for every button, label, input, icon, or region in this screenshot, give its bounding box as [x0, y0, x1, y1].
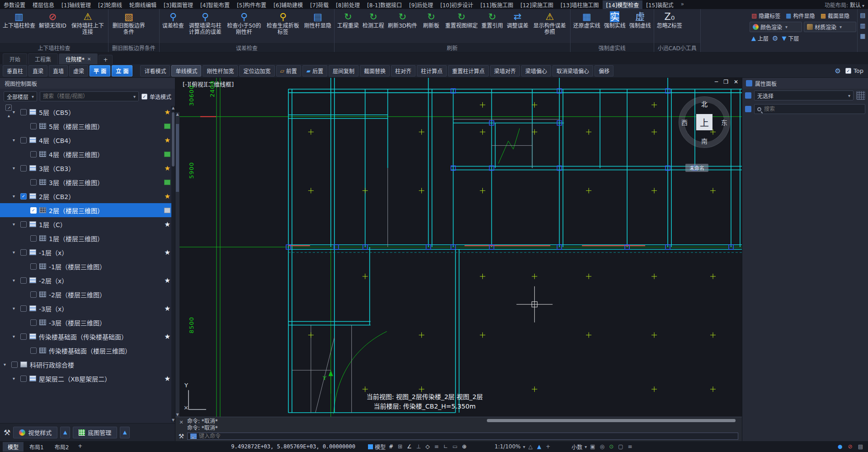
- tree-row[interactable]: 5层（CB5）: [0, 105, 175, 119]
- menu-item[interactable]: [2]轮廓线: [94, 0, 126, 9]
- menu-item[interactable]: [10]初步设计: [437, 0, 477, 9]
- hardware-acceleration-icon[interactable]: ⊙: [607, 442, 616, 451]
- isolate-objects-icon[interactable]: ◎: [598, 442, 607, 451]
- dynamic-input-icon[interactable]: ▭: [450, 442, 460, 451]
- close-tab-icon[interactable]: [87, 57, 91, 62]
- expand-arrow-icon[interactable]: [13, 306, 18, 311]
- command-scrollbar[interactable]: [487, 419, 736, 422]
- command-input[interactable]: [199, 433, 735, 439]
- tree-row[interactable]: 传染楼基础面（传染楼基础面）: [0, 329, 175, 343]
- row-checkbox[interactable]: [20, 221, 27, 228]
- close-command-icon[interactable]: [179, 419, 183, 425]
- ribbon-button[interactable]: ↻检测工程: [361, 10, 386, 30]
- tree-row[interactable]: 传染楼: [0, 105, 17, 119]
- selection-dropdown[interactable]: 无选择: [754, 90, 854, 100]
- row-checkbox[interactable]: [30, 179, 37, 186]
- lineweight-icon[interactable]: ≡: [432, 442, 441, 451]
- ribbon-button[interactable]: 实强制实线: [602, 10, 627, 30]
- row-checkbox[interactable]: [20, 165, 27, 171]
- ribbon-button[interactable]: Z₀忽略Z标签: [655, 10, 684, 30]
- property-search-input[interactable]: [764, 106, 862, 112]
- toolbar-button[interactable]: 立 面: [112, 65, 132, 76]
- ribbon-button[interactable]: ⚲误差检查: [160, 10, 186, 30]
- favorite-star-icon[interactable]: [165, 136, 170, 144]
- section-visibility-button[interactable]: ▩截面显隐: [819, 11, 851, 20]
- top-checkbox[interactable]: [845, 68, 851, 74]
- ribbon-button[interactable]: ⇄调整误差: [505, 10, 530, 30]
- ribbon-button[interactable]: ▥上下墙柱检查: [1, 10, 37, 30]
- polar-tracking-icon[interactable]: ∠: [405, 442, 414, 451]
- color-render-dropdown[interactable]: 颜色渲染: [750, 22, 802, 32]
- toolbar-button[interactable]: 偏移: [594, 65, 613, 76]
- tree-row[interactable]: 3层（楼层三维图）: [0, 175, 175, 189]
- favorite-star-icon[interactable]: [165, 375, 170, 383]
- document-tab[interactable]: 开始: [3, 53, 27, 64]
- ribbon-button[interactable]: ↻工程重梁: [335, 10, 361, 30]
- ribbon-button[interactable]: 虚强制虚线: [627, 10, 653, 30]
- toolbar-button[interactable]: 单线模式: [171, 65, 201, 76]
- menu-item[interactable]: [12]梁施工图: [517, 0, 557, 9]
- visual-style-expand-button[interactable]: [60, 427, 70, 438]
- menu-item[interactable]: [14]模型检查: [603, 0, 643, 9]
- visual-style-button[interactable]: 视觉样式: [13, 427, 57, 438]
- favorite-star-icon[interactable]: [165, 333, 170, 341]
- menu-item[interactable]: [11]板施工图: [477, 0, 517, 9]
- property-search[interactable]: [754, 104, 865, 114]
- tree-row[interactable]: 传染楼基础面（楼层三维图）: [0, 343, 175, 357]
- expand-arrow-icon[interactable]: [13, 222, 18, 227]
- toolbar-button[interactable]: 垂直柱: [3, 65, 27, 76]
- layout-tab-2[interactable]: 布局2: [50, 442, 74, 452]
- document-tab[interactable]: 住院楼*: [59, 53, 98, 64]
- menu-item[interactable]: [8]前处理: [332, 0, 363, 9]
- toolbar-button[interactable]: ▰后置: [302, 65, 327, 76]
- hide-labels-button[interactable]: ▧隐藏标签: [750, 11, 782, 20]
- menu-item[interactable]: [1]轴线管理: [58, 0, 94, 9]
- ucs-icon[interactable]: ∟: [441, 442, 450, 451]
- toolbar-button[interactable]: 截面替换: [360, 65, 390, 76]
- tree-row[interactable]: 2层（CB2）: [0, 189, 175, 203]
- toolbar-button[interactable]: 层间复制: [329, 65, 359, 76]
- favorite-star-icon[interactable]: [165, 164, 170, 172]
- menu-item[interactable]: [13]墙柱施工图: [557, 0, 603, 9]
- toolbar-button[interactable]: 梁墙对齐: [490, 65, 520, 76]
- favorite-star-icon[interactable]: [165, 248, 170, 257]
- tree-scrollbar[interactable]: [171, 106, 175, 422]
- panel-toggle-icon[interactable]: ▤: [856, 442, 865, 451]
- base-map-button[interactable]: 底图管理: [73, 427, 117, 438]
- tree-row[interactable]: 3层（CB3）: [0, 161, 175, 175]
- toolbar-button[interactable]: 直墙: [49, 65, 68, 76]
- row-checkbox[interactable]: [6, 105, 12, 111]
- layer-settings-gear-icon[interactable]: [772, 34, 778, 43]
- expand-arrow-icon[interactable]: [13, 194, 18, 199]
- scroll-up-icon[interactable]: [171, 106, 175, 110]
- layout-selector[interactable]: 默认: [850, 1, 864, 9]
- unnamed-view-tag[interactable]: 未命名: [685, 164, 708, 172]
- layout-tab-add[interactable]: +: [75, 442, 85, 452]
- render-mode-icon[interactable]: ●: [835, 442, 844, 451]
- ribbon-button[interactable]: ⚲检查生成折板标签: [264, 10, 302, 37]
- toolbar-button[interactable]: 详看模式: [140, 65, 170, 76]
- expand-arrow-icon[interactable]: [13, 166, 18, 171]
- toolbar-button[interactable]: 直梁: [28, 65, 47, 76]
- row-checkbox[interactable]: [20, 109, 27, 115]
- ribbon-button[interactable]: ↻刷新板: [419, 10, 443, 30]
- compass-west[interactable]: 西: [681, 118, 688, 127]
- ribbon-button[interactable]: ↻刷新3D构件: [386, 10, 419, 30]
- tree-row[interactable]: -3层（x）: [0, 301, 175, 315]
- section-panel-icon[interactable]: ▥: [860, 22, 865, 29]
- compass-east[interactable]: 东: [721, 118, 727, 127]
- floor-filter-dropdown[interactable]: 全部楼层: [4, 91, 37, 101]
- favorite-star-icon[interactable]: [165, 305, 170, 313]
- tree-search-input[interactable]: [40, 91, 139, 101]
- grid-icon[interactable]: #: [387, 442, 396, 451]
- grid-panel-icon[interactable]: ▦: [860, 33, 865, 39]
- row-checkbox[interactable]: [20, 249, 27, 256]
- favorite-star-icon[interactable]: [165, 220, 170, 228]
- toolbar-button[interactable]: 重置柱计算点: [448, 65, 489, 76]
- tree-row[interactable]: 4层（CB4）: [0, 133, 175, 147]
- expand-arrow-icon[interactable]: [13, 278, 18, 283]
- favorite-star-icon[interactable]: [165, 108, 170, 116]
- auto-annotation-icon[interactable]: +: [543, 442, 552, 451]
- document-tab[interactable]: 工程集: [28, 53, 58, 64]
- tree-row[interactable]: 4层（楼层三维图）: [0, 147, 175, 161]
